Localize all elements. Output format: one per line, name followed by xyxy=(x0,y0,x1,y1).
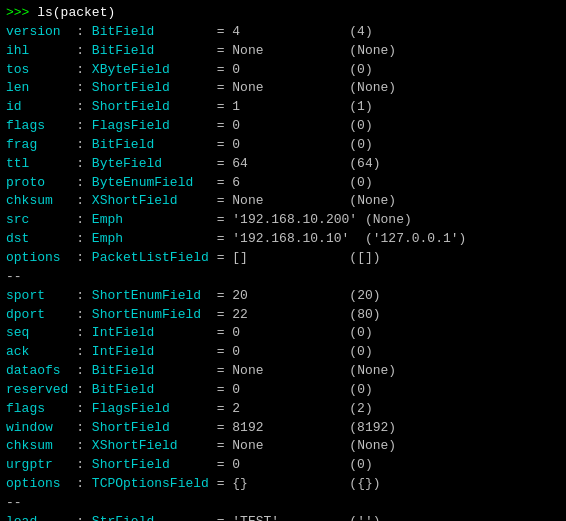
command-line: >>> ls(packet) xyxy=(6,4,560,23)
tcp-options-line: options : TCPOptionsField = {} ({}) xyxy=(6,475,560,494)
tcp-ack-line: ack : IntField = 0 (0) xyxy=(6,343,560,362)
ip-chksum-line: chksum : XShortField = None (None) xyxy=(6,192,560,211)
sep2: -- xyxy=(6,494,560,513)
ip-tos-line: tos : XByteField = 0 (0) xyxy=(6,61,560,80)
tcp-reserved-line: reserved : BitField = 0 (0) xyxy=(6,381,560,400)
ip-ttl-line: ttl : ByteField = 64 (64) xyxy=(6,155,560,174)
tcp-flags-line: flags : FlagsField = 2 (2) xyxy=(6,400,560,419)
tcp-dataofs-line: dataofs : BitField = None (None) xyxy=(6,362,560,381)
ip-options-line: options : PacketListField = [] ([]) xyxy=(6,249,560,268)
ip-len-line: len : ShortField = None (None) xyxy=(6,79,560,98)
ip-ihl-line: ihl : BitField = None (None) xyxy=(6,42,560,61)
ip-frag-line: frag : BitField = 0 (0) xyxy=(6,136,560,155)
tcp-sport-line: sport : ShortEnumField = 20 (20) xyxy=(6,287,560,306)
tcp-chksum-line: chksum : XShortField = None (None) xyxy=(6,437,560,456)
ip-flags-line: flags : FlagsField = 0 (0) xyxy=(6,117,560,136)
ip-id-line: id : ShortField = 1 (1) xyxy=(6,98,560,117)
tcp-dport-line: dport : ShortEnumField = 22 (80) xyxy=(6,306,560,325)
ip-version-line: version : BitField = 4 (4) xyxy=(6,23,560,42)
tcp-seq-line: seq : IntField = 0 (0) xyxy=(6,324,560,343)
ip-dst-line: dst : Emph = '192.168.10.10' ('127.0.0.1… xyxy=(6,230,560,249)
tcp-urgptr-line: urgptr : ShortField = 0 (0) xyxy=(6,456,560,475)
command: ls(packet) xyxy=(37,5,115,20)
tcp-window-line: window : ShortField = 8192 (8192) xyxy=(6,419,560,438)
ip-src-line: src : Emph = '192.168.10.200' (None) xyxy=(6,211,560,230)
raw-load-line: load : StrField = 'TEST' ('') xyxy=(6,513,560,521)
prompt: >>> xyxy=(6,5,37,20)
terminal: >>> ls(packet) version : BitField = 4 (4… xyxy=(0,0,566,521)
sep1: -- xyxy=(6,268,560,287)
ip-proto-line: proto : ByteEnumField = 6 (0) xyxy=(6,174,560,193)
